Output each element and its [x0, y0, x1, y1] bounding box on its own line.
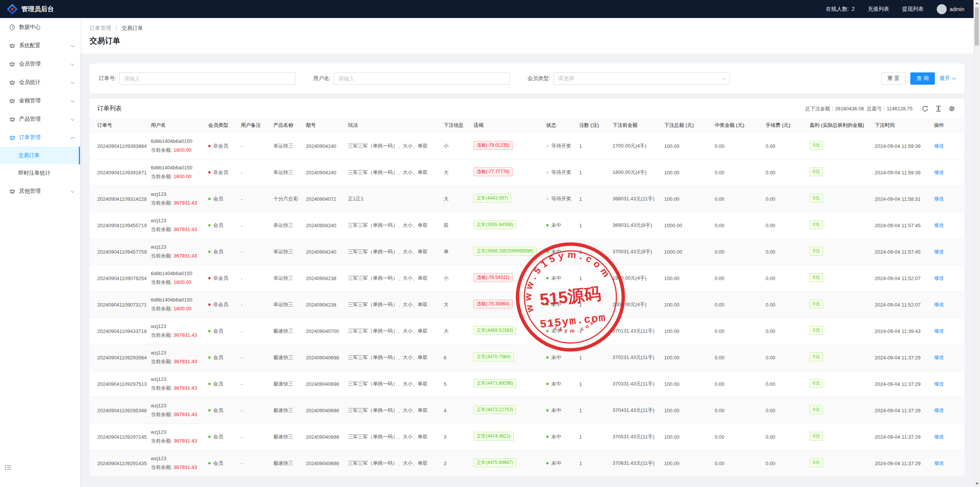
edit-link[interactable]: 修改 [934, 222, 944, 228]
order-no-input[interactable] [119, 72, 296, 85]
sidebar-item-other-management[interactable]: 其他管理 [0, 182, 80, 200]
cell-order-no: 202409041109297145 [90, 424, 147, 450]
status-dot [208, 462, 211, 464]
sidebar-item-data-center[interactable]: 数据中心 [0, 18, 80, 36]
member-type-select[interactable]: 请选择 [554, 72, 730, 85]
scrollbar-thumb[interactable] [975, 7, 979, 46]
cell-member-type: 会员 [204, 450, 237, 477]
cell-issue: 202409040698 [302, 371, 344, 397]
cell-profit: 0元 [806, 450, 871, 477]
status-dot [546, 409, 549, 412]
cell-product: 极速快三 [270, 344, 302, 371]
edit-link[interactable]: 修改 [934, 407, 944, 413]
reset-button[interactable]: 重 置 [881, 72, 906, 85]
cell-remark: - [237, 212, 270, 239]
order-list-card: 订单列表 总下注金额：26160436.06 总盈亏：1146128.75 [90, 99, 964, 477]
username-label: 用户名: [313, 75, 331, 82]
cell-product: 极速快三 [270, 450, 302, 477]
cell-member-type: 非会员 [204, 292, 237, 318]
density-icon[interactable] [935, 105, 942, 112]
cell-bet-info: 大 [440, 159, 470, 186]
edit-link[interactable]: 修改 [934, 354, 944, 360]
sidebar-item-trade-orders[interactable]: 交易订单 [0, 147, 80, 164]
cell-profit: 0元 [806, 397, 871, 424]
withdraw-list-link[interactable]: 提现列表 [902, 6, 924, 13]
brand: 管理员后台 [7, 4, 54, 15]
profit-badge: 0元 [810, 300, 823, 308]
sidebar-item-order-management[interactable]: 订单管理 [0, 128, 80, 147]
sidebar-item-member-management[interactable]: 会员管理 [0, 55, 80, 73]
cell-status: 未中 [542, 265, 575, 292]
status-dot [208, 383, 211, 385]
edit-link[interactable]: 修改 [934, 302, 944, 307]
violation-badge: 正常(4470.7584) [474, 353, 514, 361]
cell-bet-info: 4 [440, 397, 470, 424]
cell-time: 2024-09-04 11:39:43 [871, 318, 930, 344]
recharge-list-link[interactable]: 充值列表 [868, 6, 889, 13]
cell-product: 幸运快三 [270, 212, 302, 239]
status-dot [546, 171, 549, 174]
edit-link[interactable]: 修改 [934, 196, 944, 202]
sidebar-item-product-management[interactable]: 产品管理 [0, 110, 80, 128]
table-row: 2024090411090731716d8b1404b6a0150当前余额: 1… [90, 292, 965, 318]
scroll-down-arrow[interactable] [974, 480, 980, 487]
user-menu[interactable]: admin [937, 4, 964, 14]
edit-link[interactable]: 修改 [934, 249, 944, 254]
sidebar-item-system-config[interactable]: 系统配置 [0, 36, 80, 55]
cell-time: 2024-09-04 11:59:39 [871, 159, 930, 186]
edit-link[interactable]: 修改 [934, 169, 944, 175]
cell-count: 1 [575, 265, 609, 292]
edit-link[interactable]: 修改 [934, 275, 944, 281]
sidebar-item-amount-management[interactable]: 金额管理 [0, 92, 80, 110]
cell-action: 修改 [930, 344, 965, 371]
edit-link[interactable]: 修改 [934, 434, 944, 439]
cell-count: 1 [575, 318, 609, 344]
cell-username: wzj123当前余额: 367931.43 [147, 424, 204, 450]
edit-link[interactable]: 修改 [934, 381, 944, 387]
cell-order-no: 202409041109291435 [90, 450, 147, 477]
cell-win-amount: 0.00 [711, 450, 762, 477]
cell-before-amount: 370331.43元(11手) [609, 371, 660, 397]
cell-profit: 0元 [806, 265, 871, 292]
settings-icon[interactable] [949, 105, 955, 112]
breadcrumb-parent[interactable]: 订单管理 [90, 25, 111, 31]
cell-product: 极速快三 [270, 318, 302, 344]
edit-link[interactable]: 修改 [934, 143, 944, 149]
cell-total-amount: 100.00 [660, 133, 711, 159]
edit-link[interactable]: 修改 [934, 328, 944, 334]
cell-bet-info: 3 [440, 424, 470, 450]
cell-fee: 0.00 [762, 292, 806, 318]
vertical-scrollbar[interactable] [973, 0, 980, 487]
search-button[interactable]: 查 询 [910, 72, 935, 85]
cell-bet-info: 6 [440, 344, 470, 371]
chevron-down-icon [71, 62, 75, 66]
cell-username: wzj123当前余额: 367931.43 [147, 186, 204, 212]
sidebar-collapse-icon[interactable] [5, 465, 11, 472]
sidebar-item-member-stats[interactable]: 会员统计 [0, 73, 80, 92]
cell-action: 修改 [930, 159, 965, 186]
username-input[interactable] [334, 72, 510, 85]
cell-product: 幸运快三 [270, 292, 302, 318]
cell-fee: 0.00 [762, 450, 806, 477]
cell-profit: 0元 [806, 292, 871, 318]
expand-link[interactable]: 展开 [939, 75, 955, 82]
cell-product: 幸运快三 [270, 265, 302, 292]
status-dot [546, 383, 549, 385]
sidebar-item-realtime-bet-stats[interactable]: 即时注单统计 [0, 164, 80, 182]
cell-action: 修改 [930, 371, 965, 397]
edit-link[interactable]: 修改 [934, 460, 944, 466]
cell-win-amount: 0.00 [711, 344, 762, 371]
sidebar-item-label: 金额管理 [19, 97, 71, 104]
profit-badge: 0元 [810, 247, 823, 256]
cell-order-no: 202409041109293564 [90, 344, 147, 371]
status-dot [208, 224, 211, 226]
column-header: 用户备注 [237, 118, 270, 133]
reload-icon[interactable] [922, 105, 928, 112]
cell-count: 1 [575, 159, 609, 186]
table-row: 2024090411093936646d8b1404b6a0150当前余额: 1… [90, 133, 965, 159]
scroll-up-arrow[interactable] [974, 0, 980, 7]
cell-status: 未中 [542, 318, 575, 344]
column-header: 盈利 (实际总获利的金额) [806, 118, 871, 133]
table-row: 2024090411090782546d8b1404b6a0150当前余额: 1… [90, 265, 965, 292]
status-dot [546, 436, 549, 438]
